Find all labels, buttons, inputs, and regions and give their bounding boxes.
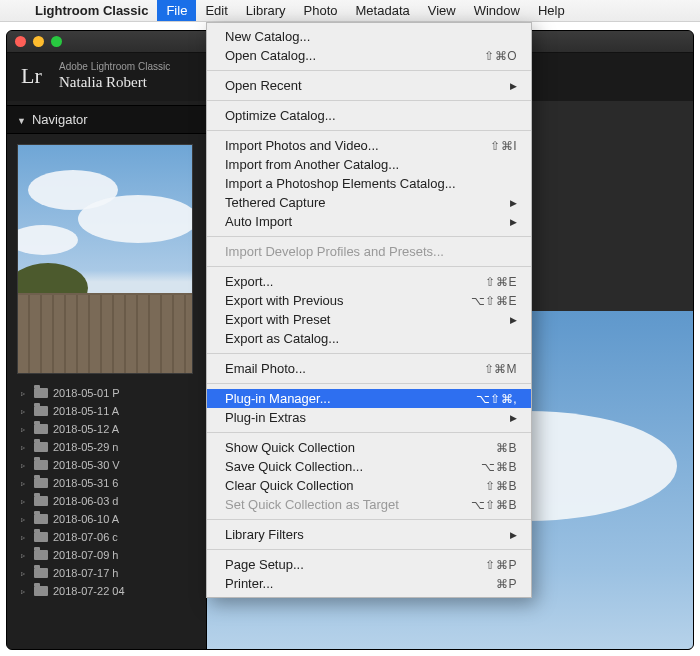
macos-menubar: Lightroom Classic FileEditLibraryPhotoMe… bbox=[0, 0, 700, 22]
menu-item-shortcut: ⌘P bbox=[496, 577, 517, 591]
menu-item-printer[interactable]: Printer...⌘P bbox=[207, 574, 531, 593]
disclosure-triangle-icon: ▹ bbox=[21, 407, 29, 416]
folder-icon bbox=[34, 514, 48, 524]
navigator-thumbnail[interactable] bbox=[17, 144, 193, 374]
menu-item-plug-in-extras[interactable]: Plug-in Extras bbox=[207, 408, 531, 427]
folder-row[interactable]: ▹2018-07-06 c bbox=[7, 528, 206, 546]
menubar-item-help[interactable]: Help bbox=[529, 0, 574, 21]
folder-label: 2018-05-30 V bbox=[53, 459, 120, 471]
menu-item-import-from-another-catalog[interactable]: Import from Another Catalog... bbox=[207, 155, 531, 174]
menu-item-export[interactable]: Export...⇧⌘E bbox=[207, 272, 531, 291]
menu-item-email-photo[interactable]: Email Photo...⇧⌘M bbox=[207, 359, 531, 378]
menu-item-label: New Catalog... bbox=[225, 29, 310, 44]
disclosure-triangle-icon: ▹ bbox=[21, 443, 29, 452]
folder-icon bbox=[34, 460, 48, 470]
folder-icon bbox=[34, 442, 48, 452]
folder-row[interactable]: ▹2018-05-12 A bbox=[7, 420, 206, 438]
navigator-panel-header[interactable]: Navigator bbox=[7, 105, 206, 134]
menu-separator bbox=[207, 432, 531, 433]
menu-separator bbox=[207, 266, 531, 267]
folder-row[interactable]: ▹2018-05-31 6 bbox=[7, 474, 206, 492]
menubar-item-window[interactable]: Window bbox=[465, 0, 529, 21]
folder-row[interactable]: ▹2018-05-30 V bbox=[7, 456, 206, 474]
minimize-icon[interactable] bbox=[33, 36, 44, 47]
menubar-appname[interactable]: Lightroom Classic bbox=[26, 3, 157, 18]
folder-row[interactable]: ▹2018-07-17 h bbox=[7, 564, 206, 582]
menu-separator bbox=[207, 353, 531, 354]
menu-item-export-with-preset[interactable]: Export with Preset bbox=[207, 310, 531, 329]
folder-label: 2018-06-03 d bbox=[53, 495, 118, 507]
menu-item-shortcut: ⇧⌘E bbox=[485, 275, 517, 289]
menu-item-label: Clear Quick Collection bbox=[225, 478, 354, 493]
menubar-item-file[interactable]: File bbox=[157, 0, 196, 21]
lightroom-subtitle: Adobe Lightroom Classic bbox=[59, 61, 170, 73]
menu-item-label: Email Photo... bbox=[225, 361, 306, 376]
menu-item-label: Library Filters bbox=[225, 527, 304, 542]
close-icon[interactable] bbox=[15, 36, 26, 47]
disclosure-triangle-icon: ▹ bbox=[21, 497, 29, 506]
menubar-item-metadata[interactable]: Metadata bbox=[347, 0, 419, 21]
folder-icon bbox=[34, 424, 48, 434]
menu-item-open-catalog[interactable]: Open Catalog...⇧⌘O bbox=[207, 46, 531, 65]
menubar-item-photo[interactable]: Photo bbox=[295, 0, 347, 21]
menu-item-new-catalog[interactable]: New Catalog... bbox=[207, 27, 531, 46]
lightroom-owner: Natalia Robert bbox=[59, 73, 170, 91]
menubar-item-view[interactable]: View bbox=[419, 0, 465, 21]
menu-item-import-develop-profiles-and-presets: Import Develop Profiles and Presets... bbox=[207, 242, 531, 261]
folder-row[interactable]: ▹2018-06-03 d bbox=[7, 492, 206, 510]
menu-item-shortcut: ⌥⇧⌘E bbox=[471, 294, 517, 308]
folder-label: 2018-05-12 A bbox=[53, 423, 119, 435]
folder-label: 2018-07-22 04 bbox=[53, 585, 125, 597]
menu-item-label: Optimize Catalog... bbox=[225, 108, 336, 123]
menu-item-export-as-catalog[interactable]: Export as Catalog... bbox=[207, 329, 531, 348]
menu-item-label: Export... bbox=[225, 274, 273, 289]
disclosure-triangle-icon: ▹ bbox=[21, 551, 29, 560]
menu-item-plug-in-manager[interactable]: Plug-in Manager...⌥⇧⌘, bbox=[207, 389, 531, 408]
menu-item-label: Export with Previous bbox=[225, 293, 344, 308]
disclosure-triangle-icon: ▹ bbox=[21, 425, 29, 434]
folder-label: 2018-07-06 c bbox=[53, 531, 118, 543]
menu-item-label: Import Photos and Video... bbox=[225, 138, 379, 153]
menu-item-set-quick-collection-as-target: Set Quick Collection as Target⌥⇧⌘B bbox=[207, 495, 531, 514]
menu-item-label: Plug-in Extras bbox=[225, 410, 306, 425]
folder-row[interactable]: ▹2018-06-10 A bbox=[7, 510, 206, 528]
menu-item-clear-quick-collection[interactable]: Clear Quick Collection⇧⌘B bbox=[207, 476, 531, 495]
menu-item-shortcut: ⌥⇧⌘, bbox=[476, 392, 517, 406]
menubar-item-library[interactable]: Library bbox=[237, 0, 295, 21]
menu-item-auto-import[interactable]: Auto Import bbox=[207, 212, 531, 231]
menu-separator bbox=[207, 130, 531, 131]
folder-label: 2018-05-29 n bbox=[53, 441, 118, 453]
menu-item-label: Export as Catalog... bbox=[225, 331, 339, 346]
menu-separator bbox=[207, 383, 531, 384]
file-menu: New Catalog...Open Catalog...⇧⌘OOpen Rec… bbox=[206, 22, 532, 598]
menu-item-open-recent[interactable]: Open Recent bbox=[207, 76, 531, 95]
folder-icon bbox=[34, 496, 48, 506]
folder-label: 2018-06-10 A bbox=[53, 513, 119, 525]
menu-item-shortcut: ⇧⌘I bbox=[490, 139, 517, 153]
menu-item-optimize-catalog[interactable]: Optimize Catalog... bbox=[207, 106, 531, 125]
menu-separator bbox=[207, 549, 531, 550]
folder-row[interactable]: ▹2018-07-09 h bbox=[7, 546, 206, 564]
menu-item-tethered-capture[interactable]: Tethered Capture bbox=[207, 193, 531, 212]
menubar-item-edit[interactable]: Edit bbox=[196, 0, 236, 21]
menu-item-shortcut: ⇧⌘O bbox=[484, 49, 517, 63]
folder-label: 2018-05-11 A bbox=[53, 405, 119, 417]
menu-separator bbox=[207, 236, 531, 237]
menu-item-save-quick-collection[interactable]: Save Quick Collection...⌥⌘B bbox=[207, 457, 531, 476]
folder-icon bbox=[34, 478, 48, 488]
menu-item-shortcut: ⇧⌘M bbox=[484, 362, 518, 376]
menu-item-import-a-photoshop-elements-catalog[interactable]: Import a Photoshop Elements Catalog... bbox=[207, 174, 531, 193]
folder-row[interactable]: ▹2018-07-22 04 bbox=[7, 582, 206, 600]
menu-item-label: Auto Import bbox=[225, 214, 292, 229]
folder-row[interactable]: ▹2018-05-29 n bbox=[7, 438, 206, 456]
zoom-icon[interactable] bbox=[51, 36, 62, 47]
menu-item-page-setup[interactable]: Page Setup...⇧⌘P bbox=[207, 555, 531, 574]
menu-item-import-photos-and-video[interactable]: Import Photos and Video...⇧⌘I bbox=[207, 136, 531, 155]
disclosure-triangle-icon: ▹ bbox=[21, 587, 29, 596]
folder-row[interactable]: ▹2018-05-01 P bbox=[7, 384, 206, 402]
menu-item-show-quick-collection[interactable]: Show Quick Collection⌘B bbox=[207, 438, 531, 457]
menu-item-export-with-previous[interactable]: Export with Previous⌥⇧⌘E bbox=[207, 291, 531, 310]
folder-row[interactable]: ▹2018-05-11 A bbox=[7, 402, 206, 420]
menu-item-library-filters[interactable]: Library Filters bbox=[207, 525, 531, 544]
lightroom-logo-icon: Lr bbox=[21, 63, 49, 89]
